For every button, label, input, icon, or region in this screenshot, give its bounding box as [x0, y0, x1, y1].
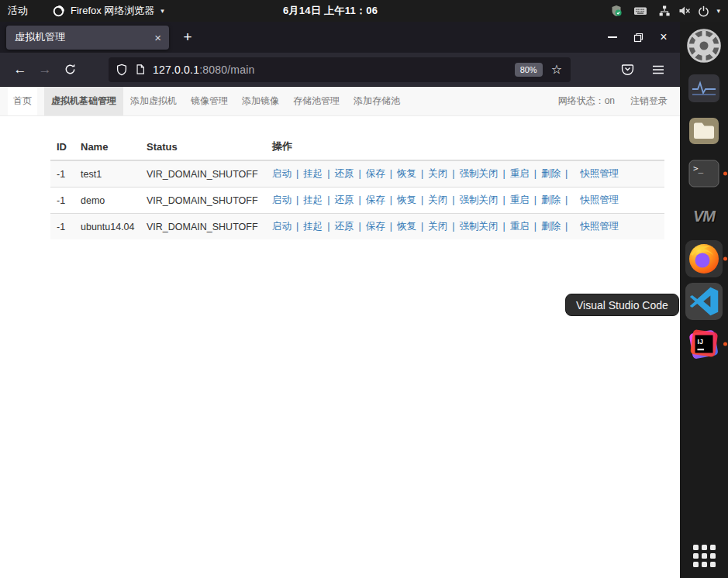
action-separator: | — [503, 168, 505, 179]
action-separator: | — [452, 168, 454, 179]
cell-status: VIR_DOMAIN_SHUTOFF — [140, 214, 266, 240]
back-button[interactable]: ← — [8, 58, 33, 81]
action-link[interactable]: 启动 — [272, 221, 292, 232]
nav-item-add-vm[interactable]: 添加虚拟机 — [123, 87, 184, 115]
url-bar[interactable]: 127.0.0.1:8080/main 80% ☆ — [109, 57, 571, 82]
close-button[interactable]: × — [657, 30, 671, 44]
pocket-icon[interactable] — [615, 58, 640, 81]
nav-item-storage-pool-management[interactable]: 存储池管理 — [286, 87, 347, 115]
action-link[interactable]: 挂起 — [303, 221, 323, 232]
action-separator: | — [359, 221, 361, 232]
dock-item-files[interactable] — [685, 112, 723, 150]
hamburger-icon — [652, 64, 664, 75]
action-link[interactable]: 恢复 — [397, 221, 416, 232]
navigation-toolbar: ← → 127.0.0.1:8080/main — [0, 53, 680, 87]
cell-id: -1 — [50, 214, 74, 240]
action-separator: | — [327, 221, 329, 232]
action-link[interactable]: 启动 — [272, 194, 292, 205]
action-link[interactable]: 强制关闭 — [460, 168, 499, 179]
action-link[interactable]: 删除 — [541, 194, 561, 205]
tracking-protection-shield-icon[interactable] — [116, 64, 128, 76]
action-separator: | — [452, 221, 454, 232]
activities-button[interactable]: 活动 — [8, 4, 28, 18]
bookmark-star-icon[interactable]: ☆ — [550, 64, 564, 76]
tab-close-icon[interactable]: × — [151, 31, 164, 44]
action-separator: | — [565, 168, 568, 179]
dock-item-vmware[interactable]: VM — [685, 198, 723, 235]
nav-item-image-management[interactable]: 镜像管理 — [184, 87, 235, 115]
action-link[interactable]: 挂起 — [303, 194, 323, 205]
app-menu-label: Firefox 网络浏览器 — [71, 4, 154, 18]
vscode-icon — [689, 287, 719, 316]
nav-item-add-image[interactable]: 添加镜像 — [235, 87, 286, 115]
system-menu-button[interactable]: ▾ — [658, 5, 720, 17]
nav-item-home[interactable]: 首页 — [8, 87, 37, 115]
zoom-level-badge[interactable]: 80% — [515, 63, 543, 77]
action-link[interactable]: 恢复 — [397, 194, 416, 205]
security-shield-icon — [610, 5, 623, 17]
action-link[interactable]: 重启 — [510, 168, 530, 179]
dock-item-settings[interactable] — [685, 27, 723, 64]
nav-item-vm-management[interactable]: 虚拟机基础管理 — [44, 87, 123, 115]
action-link[interactable]: 强制关闭 — [460, 221, 499, 232]
action-link[interactable]: 挂起 — [303, 168, 323, 179]
action-link[interactable]: 关闭 — [428, 221, 447, 232]
action-link[interactable]: 重启 — [510, 194, 530, 205]
app-menu-button[interactable]: Firefox 网络浏览器 ▾ — [53, 4, 164, 18]
action-link[interactable]: 删除 — [541, 221, 561, 232]
minimize-button[interactable] — [606, 30, 619, 44]
menu-button[interactable] — [646, 58, 671, 81]
snapshot-manage-link[interactable]: 快照管理 — [580, 221, 619, 232]
action-link[interactable]: 还原 — [335, 194, 354, 205]
dock-item-firefox[interactable] — [685, 240, 723, 277]
new-tab-button[interactable]: + — [176, 26, 199, 49]
action-link[interactable]: 保存 — [366, 221, 385, 232]
logout-link[interactable]: 注销登录 — [630, 95, 668, 108]
action-link[interactable]: 保存 — [366, 168, 385, 179]
cell-name: test1 — [74, 160, 140, 188]
action-link[interactable]: 强制关闭 — [460, 194, 499, 205]
vm-table-body: -1test1VIR_DOMAIN_SHUTOFF启动|挂起|还原|保存|恢复|… — [50, 160, 664, 239]
action-link[interactable]: 启动 — [272, 168, 292, 179]
page-info-icon[interactable] — [135, 64, 146, 75]
action-link[interactable]: 关闭 — [428, 168, 447, 179]
dock-item-intellij[interactable]: IJ — [685, 325, 723, 363]
dock-item-vscode[interactable] — [685, 283, 723, 320]
nav-item-add-storage-pool[interactable]: 添加存储池 — [347, 87, 407, 115]
column-header: ID — [50, 133, 74, 160]
action-separator: | — [390, 221, 392, 232]
dock-item-system-monitor[interactable] — [685, 70, 723, 107]
forward-button[interactable]: → — [33, 58, 57, 81]
restore-button[interactable] — [631, 30, 645, 44]
dock-item-terminal[interactable]: >_ — [685, 155, 723, 192]
cell-actions: 启动|挂起|还原|保存|恢复|关闭|强制关闭|重启|删除|快照管理 — [266, 188, 664, 214]
clock-button[interactable]: 6月14日 上午11：06 — [283, 0, 378, 22]
tab-bar: 虚拟机管理 × + × — [0, 22, 680, 53]
action-link[interactable]: 恢复 — [397, 168, 416, 179]
action-link[interactable]: 关闭 — [428, 194, 447, 205]
action-separator: | — [534, 194, 537, 205]
action-link[interactable]: 重启 — [510, 221, 530, 232]
cell-status: VIR_DOMAIN_SHUTOFF — [140, 188, 266, 214]
action-link[interactable]: 还原 — [335, 221, 354, 232]
action-link[interactable]: 还原 — [335, 168, 354, 179]
column-header: Status — [140, 133, 266, 160]
table-row: -1test1VIR_DOMAIN_SHUTOFF启动|挂起|还原|保存|恢复|… — [50, 160, 664, 188]
web-content: 首页虚拟机基础管理添加虚拟机镜像管理添加镜像存储池管理添加存储池 网络状态：on… — [0, 87, 680, 578]
action-separator: | — [390, 194, 392, 205]
action-link[interactable]: 保存 — [366, 194, 385, 205]
browser-tab[interactable]: 虚拟机管理 × — [6, 26, 169, 50]
cell-id: -1 — [50, 160, 74, 188]
cell-status: VIR_DOMAIN_SHUTOFF — [140, 160, 266, 188]
snapshot-manage-link[interactable]: 快照管理 — [580, 168, 619, 179]
reload-button[interactable] — [57, 58, 82, 81]
action-separator: | — [534, 168, 537, 179]
show-applications-button[interactable] — [685, 542, 723, 569]
action-separator: | — [503, 221, 505, 232]
firefox-icon — [688, 243, 720, 275]
desktop: 活动 Firefox 网络浏览器 ▾ 6月14日 上午11：06 — [0, 0, 728, 578]
url-text: 127.0.0.1:8080/main — [153, 64, 508, 76]
action-link[interactable]: 删除 — [541, 168, 561, 179]
snapshot-manage-link[interactable]: 快照管理 — [580, 194, 619, 205]
folder-icon — [687, 114, 721, 148]
